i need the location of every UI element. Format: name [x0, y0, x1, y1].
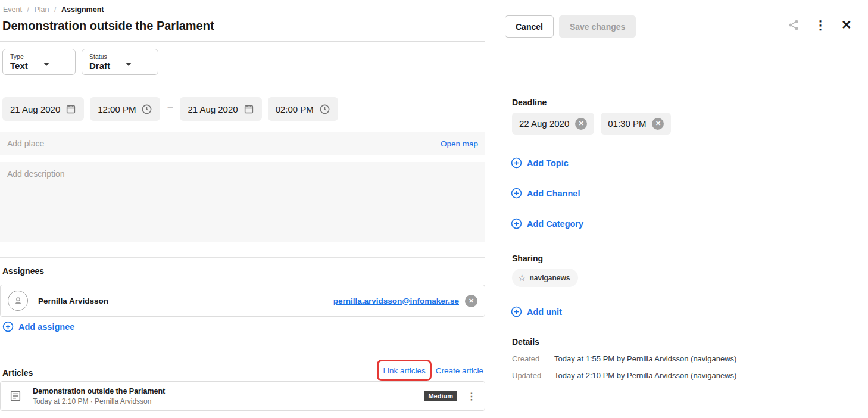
place-input[interactable]	[7, 139, 441, 148]
calendar-icon	[65, 104, 76, 114]
create-article-button[interactable]: Create article	[436, 366, 483, 375]
schedule-row: 21 Aug 2020 12:00 PM – 21 Aug 2020 02:00…	[2, 97, 338, 121]
article-document-icon	[9, 389, 22, 403]
title-field-wrap	[0, 19, 485, 42]
breadcrumb: Event / Plan / Assignment	[3, 5, 104, 14]
sharing-unit-chip[interactable]: ☆ naviganews	[512, 269, 578, 287]
article-options-kebab-icon[interactable]: ⋮	[467, 391, 476, 402]
chevron-down-icon	[126, 63, 132, 66]
articles-header: Articles Link articles Create article	[0, 360, 483, 381]
divider	[0, 257, 485, 258]
breadcrumb-separator: /	[27, 5, 29, 14]
header-actions: Cancel Save changes	[505, 15, 636, 38]
created-label: Created	[512, 354, 554, 363]
chevron-down-icon	[43, 63, 49, 66]
save-changes-button[interactable]: Save changes	[559, 15, 636, 38]
person-icon	[13, 295, 24, 307]
breadcrumb-event[interactable]: Event	[3, 5, 22, 14]
star-icon: ☆	[518, 273, 526, 283]
details-rows: Created Today at 1:55 PM by Pernilla Arv…	[512, 354, 736, 380]
priority-badge: Medium	[424, 391, 457, 401]
start-date-value: 21 Aug 2020	[10, 104, 60, 114]
article-text: Demonstration outside the Parlament Toda…	[33, 387, 165, 405]
avatar	[8, 291, 28, 311]
place-bar: Open map	[0, 132, 485, 155]
end-date-picker[interactable]: 21 Aug 2020	[180, 97, 261, 121]
start-time-value: 12:00 PM	[98, 104, 136, 114]
add-category-button[interactable]: Add Category	[511, 218, 583, 229]
header-icons: ⋮ ✕	[788, 19, 852, 31]
breadcrumb-assignment: Assignment	[61, 5, 104, 14]
breadcrumb-plan[interactable]: Plan	[34, 5, 49, 14]
add-channel-label: Add Channel	[527, 189, 580, 198]
type-dropdown-label: Type	[10, 53, 28, 60]
plus-circle-icon	[511, 188, 522, 199]
assignee-email-link[interactable]: pernilla.arvidsson@infomaker.se	[333, 297, 459, 305]
details-heading: Details	[512, 337, 539, 347]
date-range-dash: –	[167, 101, 173, 112]
add-topic-button[interactable]: Add Topic	[511, 157, 569, 169]
click-highlight-annotation: Link articles	[377, 360, 431, 381]
article-row[interactable]: Demonstration outside the Parlament Toda…	[0, 381, 485, 411]
start-date-picker[interactable]: 21 Aug 2020	[2, 97, 84, 121]
end-time-value: 02:00 PM	[276, 104, 314, 114]
add-assignee-button[interactable]: Add assignee	[2, 321, 74, 332]
plus-circle-icon	[2, 321, 14, 332]
add-channel-button[interactable]: Add Channel	[511, 188, 580, 199]
assignment-title-input[interactable]	[2, 19, 485, 33]
assignment-editor: Event / Plan / Assignment Cancel Save ch…	[0, 0, 868, 418]
add-topic-label: Add Topic	[527, 158, 569, 168]
share-icon[interactable]	[788, 19, 800, 31]
plus-circle-icon	[511, 218, 522, 229]
more-options-kebab-icon[interactable]: ⋮	[814, 19, 826, 31]
type-dropdown-value: Text	[10, 61, 28, 71]
plus-circle-icon	[511, 157, 522, 169]
add-unit-label: Add unit	[527, 307, 562, 317]
start-time-picker[interactable]: 12:00 PM	[90, 97, 160, 121]
add-unit-button[interactable]: Add unit	[511, 306, 562, 317]
deadline-chips: 22 Aug 2020 ✕ 01:30 PM ✕	[512, 113, 671, 135]
deadline-heading: Deadline	[512, 98, 547, 107]
sharing-unit-label: naviganews	[529, 274, 570, 282]
updated-value: Today at 2:10 PM by Pernilla Arvidsson (…	[554, 371, 736, 380]
add-category-label: Add Category	[527, 219, 583, 229]
updated-label: Updated	[512, 371, 554, 380]
articles-heading: Articles	[2, 368, 33, 378]
close-icon[interactable]: ✕	[841, 19, 852, 31]
end-date-value: 21 Aug 2020	[188, 104, 238, 114]
add-assignee-label: Add assignee	[18, 322, 74, 332]
status-dropdown-label: Status	[89, 53, 110, 60]
type-dropdown[interactable]: Type Text	[2, 49, 76, 75]
divider	[512, 146, 859, 146]
plus-circle-icon	[511, 306, 522, 317]
clock-icon	[141, 104, 152, 115]
calendar-icon	[243, 104, 254, 114]
remove-assignee-icon[interactable]: ✕	[465, 295, 477, 307]
description-textarea[interactable]	[0, 162, 485, 242]
remove-deadline-time-icon[interactable]: ✕	[652, 118, 664, 130]
open-map-link[interactable]: Open map	[441, 139, 478, 148]
breadcrumb-separator: /	[54, 5, 56, 14]
article-meta: Today at 2:10 PM · Pernilla Arvidsson	[33, 397, 165, 405]
status-dropdown-value: Draft	[89, 61, 110, 71]
cancel-button[interactable]: Cancel	[505, 15, 554, 38]
deadline-date-chip[interactable]: 22 Aug 2020 ✕	[512, 113, 594, 135]
details-updated-row: Updated Today at 2:10 PM by Pernilla Arv…	[512, 371, 736, 380]
deadline-date-value: 22 Aug 2020	[519, 118, 569, 129]
assignees-heading: Assignees	[2, 266, 44, 276]
assignee-name: Pernilla Arvidsson	[38, 297, 108, 305]
assignee-row: Pernilla Arvidsson pernilla.arvidsson@in…	[0, 285, 485, 317]
sharing-heading: Sharing	[512, 254, 543, 263]
clock-icon	[319, 104, 330, 115]
articles-links: Link articles Create article	[377, 360, 483, 381]
created-value: Today at 1:55 PM by Pernilla Arvidsson (…	[554, 354, 736, 363]
link-articles-button[interactable]: Link articles	[383, 366, 425, 375]
deadline-time-value: 01:30 PM	[608, 118, 646, 129]
remove-deadline-date-icon[interactable]: ✕	[575, 118, 587, 130]
article-title: Demonstration outside the Parlament	[33, 387, 165, 395]
deadline-time-chip[interactable]: 01:30 PM ✕	[601, 113, 671, 135]
details-created-row: Created Today at 1:55 PM by Pernilla Arv…	[512, 354, 736, 363]
status-dropdown[interactable]: Status Draft	[82, 49, 158, 75]
end-time-picker[interactable]: 02:00 PM	[268, 97, 338, 121]
meta-dropdowns: Type Text Status Draft	[2, 49, 158, 75]
